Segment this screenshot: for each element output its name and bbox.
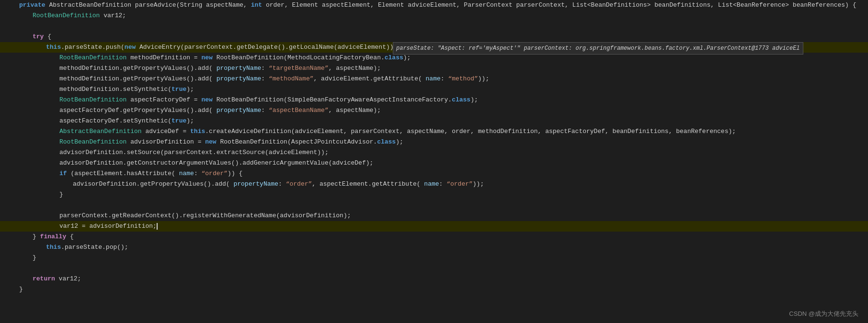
code-line: AbstractBeanDefinition adviceDef = this.… xyxy=(0,126,868,137)
debug-tooltip: parseState: "Aspect: ref='myAspect'" par… xyxy=(393,42,803,55)
code-container: private AbstractBeanDefinition parseAdvi… xyxy=(0,0,868,323)
code-line: methodDefinition.getPropertyValues().add… xyxy=(0,63,868,74)
code-line: aspectFactoryDef.setSynthetic(true); xyxy=(0,116,868,126)
code-line xyxy=(0,200,868,211)
code-line: advisorDefinition.setSource(parserContex… xyxy=(0,147,868,158)
code-line: } xyxy=(0,189,868,200)
code-line: this.parseState.push(new AdviceEntry(par… xyxy=(0,42,868,53)
code-line: RootBeanDefinition advisorDefinition = n… xyxy=(0,137,868,147)
code-line xyxy=(0,263,868,274)
code-line: } xyxy=(0,253,868,263)
code-line: } xyxy=(0,284,868,295)
code-line: private AbstractBeanDefinition parseAdvi… xyxy=(0,0,868,11)
code-line xyxy=(0,21,868,32)
code-line: return var12; xyxy=(0,274,868,284)
code-line: try { xyxy=(0,32,868,42)
watermark: CSDN @成为大佬先充头 xyxy=(789,310,858,318)
code-line: aspectFactoryDef.getPropertyValues().add… xyxy=(0,105,868,116)
code-line: advisorDefinition.getConstructorArgument… xyxy=(0,158,868,168)
code-line: this.parseState.pop(); xyxy=(0,242,868,253)
code-line: parserContext.getReaderContext().registe… xyxy=(0,211,868,221)
code-line: RootBeanDefinition var12; xyxy=(0,11,868,21)
code-line: advisorDefinition.getPropertyValues().ad… xyxy=(0,179,868,189)
code-line: } finally { xyxy=(0,232,868,242)
code-line: methodDefinition.setSynthetic(true); xyxy=(0,84,868,95)
code-line: methodDefinition.getPropertyValues().add… xyxy=(0,74,868,84)
code-line: var12 = advisorDefinition; xyxy=(0,221,868,232)
code-line: if (aspectElement.hasAttribute( name: “o… xyxy=(0,168,868,179)
code-line: RootBeanDefinition aspectFactoryDef = ne… xyxy=(0,95,868,105)
